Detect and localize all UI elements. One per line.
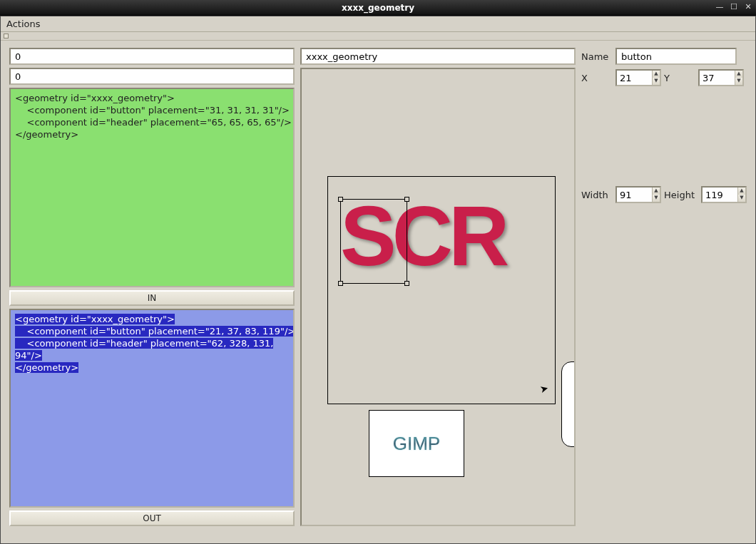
selection-rect[interactable] (340, 199, 407, 284)
width-spinner[interactable]: ▲ ▼ (615, 186, 661, 203)
side-logo-peek (561, 361, 576, 447)
toolbar-grip-icon[interactable] (4, 34, 9, 39)
out-button[interactable]: OUT (9, 510, 295, 526)
code-out-line: <geometry id="xxxx_geometry"> (15, 314, 175, 324)
y-input[interactable] (700, 71, 735, 85)
properties-panel: Name X ▲ ▼ Y (581, 48, 747, 526)
menu-actions[interactable]: Actions (6, 19, 41, 29)
maximize-icon[interactable]: ☐ (729, 2, 739, 12)
left-panel: <geometry id="xxxx_geometry"> <component… (9, 48, 295, 526)
width-input[interactable] (617, 188, 652, 202)
resize-handle-ne-icon[interactable] (404, 197, 409, 202)
code-out-line: </geometry> (15, 362, 78, 373)
height-spinner[interactable]: ▲ ▼ (701, 186, 747, 203)
name-input[interactable] (621, 51, 731, 62)
canvas-host: SCR GIMP ➤ (300, 68, 576, 526)
offset-input-2[interactable] (15, 71, 289, 82)
in-button[interactable]: IN (9, 290, 295, 306)
gimp-logo-icon: GIMP (393, 433, 440, 455)
path-field[interactable] (300, 48, 576, 65)
spinner-down-icon[interactable]: ▼ (653, 195, 660, 202)
code-out-box[interactable]: <geometry id="xxxx_geometry"> <component… (9, 309, 295, 508)
spinner-down-icon[interactable]: ▼ (653, 78, 660, 85)
spinner-up-icon[interactable]: ▲ (653, 188, 660, 195)
y-spinner-arrows: ▲ ▼ (735, 71, 742, 85)
code-out-line: <component id="header" placement="62, 32… (15, 338, 273, 349)
window-body: Actions <geometry id="xxxx_geometry"> <c… (0, 16, 756, 544)
x-spinner-arrows: ▲ ▼ (652, 71, 660, 85)
x-label: X (581, 73, 613, 83)
code-out-line: 94"/> (15, 350, 42, 361)
code-in-line: <geometry id="xxxx_geometry"> (15, 93, 175, 103)
code-in-line: <component id="button" placement="31, 31… (15, 105, 290, 116)
canvas[interactable]: SCR GIMP ➤ (302, 69, 574, 525)
resize-handle-nw-icon[interactable] (338, 197, 343, 202)
minimize-icon[interactable]: — (715, 2, 725, 12)
width-label: Width (581, 190, 613, 200)
code-in-line: <component id="header" placement="65, 65… (15, 117, 292, 128)
spinner-up-icon[interactable]: ▲ (735, 71, 742, 78)
titlebar[interactable]: xxxx_geometry — ☐ ✕ (0, 0, 756, 16)
window-controls: — ☐ ✕ (715, 2, 753, 12)
x-spinner[interactable]: ▲ ▼ (615, 69, 661, 86)
workspace: <geometry id="xxxx_geometry"> <component… (1, 41, 755, 543)
spinner-down-icon[interactable]: ▼ (738, 195, 745, 202)
path-input[interactable] (306, 51, 570, 62)
resize-handle-sw-icon[interactable] (338, 281, 343, 286)
close-icon[interactable]: ✕ (743, 2, 753, 12)
code-in-box[interactable]: <geometry id="xxxx_geometry"> <component… (9, 88, 295, 287)
height-spinner-arrows: ▲ ▼ (737, 188, 745, 202)
height-input[interactable] (703, 188, 737, 202)
height-label: Height (664, 190, 698, 200)
spinner-up-icon[interactable]: ▲ (653, 71, 660, 78)
app-window: xxxx_geometry — ☐ ✕ Actions <geometry id… (0, 0, 756, 544)
window-title: xxxx_geometry (0, 3, 756, 13)
center-panel: SCR GIMP ➤ (300, 48, 576, 526)
offset-field-2[interactable] (9, 68, 295, 85)
spinner-up-icon[interactable]: ▲ (738, 188, 745, 195)
x-input[interactable] (617, 71, 652, 85)
gimp-thumbnail[interactable]: GIMP (369, 410, 464, 477)
menubar: Actions (1, 16, 755, 32)
toolbar-strip (1, 32, 755, 41)
offset-field-1[interactable] (9, 48, 295, 65)
name-field[interactable] (615, 48, 737, 65)
code-in-line: </geometry> (15, 129, 78, 140)
offset-input-1[interactable] (15, 51, 289, 62)
code-out-line: <component id="button" placement="21, 37… (15, 326, 295, 337)
resize-handle-se-icon[interactable] (404, 281, 409, 286)
y-spinner[interactable]: ▲ ▼ (698, 69, 744, 86)
y-label: Y (664, 73, 695, 83)
width-spinner-arrows: ▲ ▼ (652, 188, 660, 202)
name-label: Name (581, 51, 613, 62)
spinner-down-icon[interactable]: ▼ (735, 78, 742, 85)
